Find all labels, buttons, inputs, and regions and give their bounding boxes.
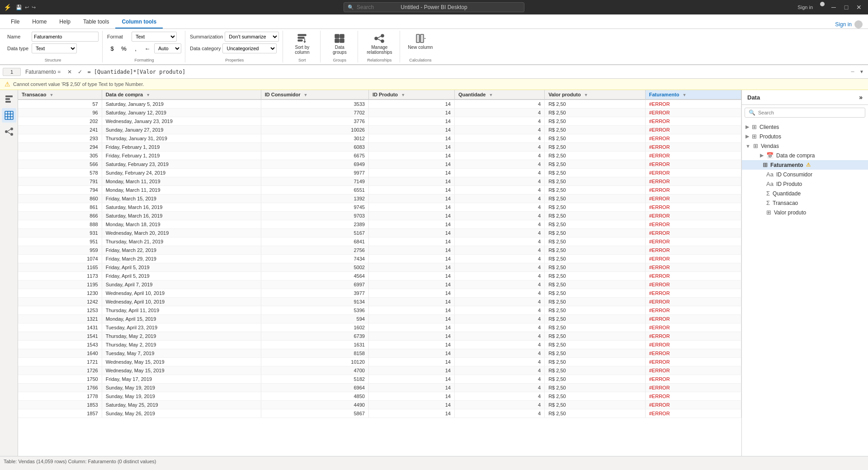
cell-transacao: 305 <box>18 152 102 160</box>
th-faturamento[interactable]: Faturamento ▼ <box>645 90 741 100</box>
table-body: 57 Saturday, January 5, 2019 3533 14 4 R… <box>18 100 741 418</box>
cell-data: Saturday, March 16, 2019 <box>102 212 261 220</box>
data-search-input[interactable] <box>758 110 861 115</box>
th-valor-produto[interactable]: Valor produto ▼ <box>545 90 646 100</box>
undo-icon[interactable]: ↩ <box>25 5 29 10</box>
cell-id-consumidor: 6551 <box>261 186 368 195</box>
tab-help[interactable]: Help <box>53 16 77 28</box>
data-groups-btn[interactable]: Data groups <box>325 31 354 57</box>
filter-icon-data[interactable]: ▼ <box>146 93 150 97</box>
model-view-btn[interactable] <box>2 124 16 139</box>
datacategory-select[interactable]: Uncategorized <box>222 43 277 53</box>
cell-faturamento: #ERROR <box>645 126 741 134</box>
cell-data: Sunday, April 7, 2019 <box>102 280 261 289</box>
sign-in-text[interactable]: Sign in <box>835 21 852 28</box>
th-id-produto[interactable]: ID Produto ▼ <box>368 90 454 100</box>
table-container[interactable]: Transacao ▼ Data de compra ▼ ID Consumid… <box>18 90 741 456</box>
tree-item-data-compra[interactable]: ▶ 📅 Data de compra <box>742 151 868 160</box>
auto-select[interactable]: Auto <box>154 43 181 53</box>
faturamento-label: Faturamento <box>770 162 803 168</box>
summarization-select[interactable]: Don't summarize <box>225 32 279 42</box>
sort-by-column-btn[interactable]: Sort by column <box>288 31 316 57</box>
formula-cancel-btn[interactable]: ✕ <box>65 67 74 76</box>
table-row: 1640 Tuesday, May 7, 2019 8158 14 4 R$ 2… <box>18 349 741 358</box>
th-data-compra[interactable]: Data de compra ▼ <box>102 90 261 100</box>
formula-collapse-btn[interactable]: ─ <box>849 68 856 76</box>
cell-faturamento: #ERROR <box>645 323 741 332</box>
cell-faturamento: #ERROR <box>645 332 741 341</box>
cell-transacao: 1543 <box>18 341 102 349</box>
cell-id-produto: 14 <box>368 152 454 160</box>
tree-group-vendas[interactable]: ▼ ⊞ Vendas <box>742 141 868 151</box>
tree-item-id-produto[interactable]: Aa ID Produto <box>742 179 868 189</box>
currency-dollar-btn[interactable]: $ <box>107 43 117 53</box>
format-label: Format <box>107 34 130 39</box>
close-button[interactable]: ✕ <box>854 2 864 13</box>
table-row: 1431 Tuesday, April 23, 2019 1602 14 4 R… <box>18 323 741 332</box>
filter-icon-produto[interactable]: ▼ <box>401 93 405 97</box>
tree-group-clientes[interactable]: ▶ ⊞ Clientes <box>742 122 868 132</box>
tree-item-valor-produto[interactable]: ⊞ Valor produto <box>742 208 868 217</box>
filter-icon-quantidade[interactable]: ▼ <box>489 93 493 97</box>
ribbon-group-groups: Data groups Groups <box>321 31 358 62</box>
filter-icon-consumidor[interactable]: ▼ <box>304 93 308 97</box>
minimize-button[interactable]: ─ <box>828 2 839 13</box>
cell-faturamento: #ERROR <box>645 152 741 160</box>
svg-rect-1 <box>298 37 304 38</box>
filter-icon-transacao[interactable]: ▼ <box>49 93 53 97</box>
tab-home[interactable]: Home <box>26 16 53 28</box>
cell-faturamento: #ERROR <box>645 160 741 169</box>
filter-icon-valor[interactable]: ▼ <box>584 93 588 97</box>
summarization-label: Summarization <box>190 34 223 39</box>
comma-btn[interactable]: , <box>131 43 141 53</box>
datatype-select[interactable]: Text <box>32 43 77 53</box>
formula-expand-btn[interactable]: ▼ <box>858 68 865 76</box>
cell-quantidade: 4 <box>454 152 544 160</box>
cell-data: Wednesday, April 10, 2019 <box>102 289 261 298</box>
th-id-consumidor[interactable]: ID Consumidor ▼ <box>261 90 368 100</box>
app-icon: ⚡ <box>4 4 11 11</box>
cell-id-consumidor: 9134 <box>261 298 368 306</box>
cell-id-consumidor: 9977 <box>261 169 368 177</box>
cell-valor: R$ 2,50 <box>545 358 646 366</box>
decrease-decimal-btn[interactable]: ← <box>142 43 152 53</box>
manage-relationships-btn[interactable]: Manage relationships <box>363 31 396 57</box>
cell-id-produto: 14 <box>368 203 454 212</box>
tree-item-transacao[interactable]: Σ Transacao <box>742 198 868 208</box>
th-transacao[interactable]: Transacao ▼ <box>18 90 102 100</box>
tree-item-id-consumidor[interactable]: Aa ID Consumidor <box>742 170 868 179</box>
restore-button[interactable]: □ <box>841 2 852 13</box>
new-column-btn[interactable]: New column <box>405 31 436 52</box>
ribbon: Name Data type Text Structure Format Tex… <box>0 29 868 65</box>
vendas-expand-icon: ▼ <box>745 143 750 149</box>
data-panel-search[interactable]: 🔍 <box>745 108 865 118</box>
report-view-btn[interactable] <box>2 92 16 106</box>
data-panel-expand-icon[interactable]: » <box>859 94 863 101</box>
cell-id-produto: 14 <box>368 255 454 263</box>
formula-content[interactable]: = [Quantidade]*[Valor produto] <box>87 69 846 75</box>
save-icon[interactable]: 💾 <box>16 5 22 10</box>
svg-rect-6 <box>335 39 339 43</box>
svg-line-28 <box>8 129 10 131</box>
tree-item-faturamento[interactable]: ⊞ Faturamento ⚠ <box>742 160 868 170</box>
tab-table-tools[interactable]: Table tools <box>77 16 115 28</box>
th-quantidade[interactable]: Quantidade ▼ <box>454 90 544 100</box>
cell-data: Thursday, May 2, 2019 <box>102 341 261 349</box>
currency-percent-btn[interactable]: % <box>119 43 129 53</box>
tree-item-quantidade[interactable]: Σ Quantidade <box>742 189 868 198</box>
cell-id-produto: 14 <box>368 375 454 384</box>
svg-rect-13 <box>416 34 420 43</box>
tab-column-tools[interactable]: Column tools <box>115 16 163 28</box>
name-input[interactable] <box>32 32 99 42</box>
tree-group-produtos[interactable]: ▶ ⊞ Produtos <box>742 132 868 141</box>
formatting-group-label: Formatting <box>107 57 181 62</box>
data-view-btn[interactable] <box>2 108 16 123</box>
cell-faturamento: #ERROR <box>645 358 741 366</box>
filter-icon-faturamento[interactable]: ▼ <box>682 93 686 97</box>
redo-icon[interactable]: ↪ <box>32 5 36 10</box>
formula-confirm-btn[interactable]: ✓ <box>75 67 85 76</box>
format-select[interactable]: Text <box>132 32 177 42</box>
tab-file[interactable]: File <box>5 16 26 28</box>
sign-in-button[interactable]: Sign in <box>794 2 816 13</box>
ribbon-group-formatting: Format Text $ % , ← Auto Formatting <box>104 31 185 62</box>
